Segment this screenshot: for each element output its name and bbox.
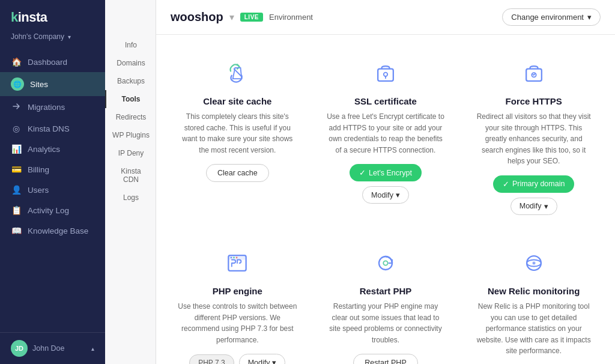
sidebar-item-dashboard[interactable]: 🏠 Dashboard	[0, 52, 105, 72]
migrations-icon	[11, 102, 22, 113]
tool-card-force-https: Force HTTPS Redirect all visitors so tha…	[467, 52, 601, 225]
sidebar-item-label: Dashboard	[28, 58, 67, 67]
sidebar-item-analytics[interactable]: 📊 Analytics	[0, 139, 105, 159]
change-env-chevron-icon: ▾	[587, 13, 592, 22]
change-environment-button[interactable]: Change environment ▾	[502, 8, 601, 26]
change-env-label: Change environment	[511, 13, 584, 22]
sub-nav-kinsta-cdn[interactable]: Kinsta CDN	[105, 162, 156, 189]
tool-card-php-engine: PHP engine Use these controls to switch …	[171, 241, 304, 364]
avatar: JD	[11, 340, 28, 357]
dns-icon: ◎	[11, 124, 22, 133]
php-version-tag: PHP 7.3	[189, 354, 234, 364]
sidebar-item-label: Kinsta DNS	[28, 124, 70, 133]
main-content: wooshop ▾ LIVE Environment Change enviro…	[156, 0, 615, 364]
company-name: John's Company	[11, 32, 64, 41]
card-actions: PHP 7.3 Modify ▾	[189, 354, 285, 364]
https-modify-chevron-icon: ▾	[544, 202, 548, 211]
sidebar-item-label: Analytics	[28, 145, 60, 154]
sidebar-item-billing[interactable]: 💳 Billing	[0, 159, 105, 180]
sidebar-item-label: Knowledge Base	[28, 226, 88, 235]
https-modify-button[interactable]: Modify ▾	[510, 198, 557, 215]
svg-point-6	[231, 256, 232, 258]
primary-domain-button[interactable]: ✓ Primary domain	[493, 175, 575, 193]
dashboard-icon: 🏠	[11, 57, 22, 67]
sidebar-item-knowledge-base[interactable]: 📖 Knowledge Base	[0, 220, 105, 241]
billing-icon: 💳	[11, 165, 22, 174]
sidebar-nav: 🏠 Dashboard 🌐 Sites Migrations ◎ Kinsta …	[0, 49, 105, 332]
sidebar: kinsta John's Company ▾ 🏠 Dashboard 🌐 Si…	[0, 0, 105, 364]
sidebar-item-sites[interactable]: 🌐 Sites	[0, 72, 105, 96]
card-desc: New Relic is a PHP monitoring tool you c…	[474, 301, 593, 357]
sub-nav-domains[interactable]: Domains	[105, 54, 156, 72]
php-modify-button[interactable]: Modify ▾	[239, 354, 286, 364]
ssl-modify-chevron-icon: ▾	[396, 190, 400, 199]
sidebar-item-users[interactable]: 👤 Users	[0, 180, 105, 200]
card-title: Clear site cache	[203, 96, 271, 106]
sub-nav-wp-plugins[interactable]: WP Plugins	[105, 126, 156, 144]
card-desc: Restarting your PHP engine may clear out…	[326, 301, 446, 345]
analytics-icon: 📊	[11, 144, 22, 154]
env-label: Environment	[269, 13, 313, 22]
php-engine-icon	[222, 247, 253, 279]
lets-encrypt-button[interactable]: ✓ Let's Encrypt	[350, 164, 422, 181]
sidebar-item-label: Sites	[30, 80, 48, 89]
svg-point-10	[383, 261, 387, 265]
sidebar-item-label: Migrations	[28, 103, 65, 112]
tool-card-restart-php: Restart PHP Restarting your PHP engine m…	[319, 241, 453, 364]
tools-grid: Clear site cache This completely clears …	[156, 35, 615, 364]
sub-sidebar: Info Domains Backups Tools Redirects WP …	[105, 0, 156, 364]
company-selector[interactable]: John's Company ▾	[0, 30, 105, 49]
force-https-icon	[518, 58, 550, 89]
users-icon: 👤	[11, 185, 22, 195]
card-desc: Redirect all visitors so that they visit…	[474, 111, 593, 167]
sub-nav-ip-deny[interactable]: IP Deny	[105, 144, 156, 162]
card-title: New Relic monitoring	[488, 286, 580, 296]
card-desc: This completely clears this site's store…	[178, 111, 297, 156]
card-actions: ✓ Let's Encrypt Modify ▾	[326, 164, 446, 204]
sites-icon: 🌐	[11, 77, 24, 91]
tool-card-clear-cache: Clear site cache This completely clears …	[171, 52, 304, 225]
user-chevron-icon: ▴	[91, 345, 94, 352]
main-header: wooshop ▾ LIVE Environment Change enviro…	[156, 0, 615, 35]
card-actions: Restart PHP	[353, 354, 417, 364]
sidebar-item-label: Activity Log	[28, 206, 69, 215]
clear-cache-icon	[222, 58, 253, 89]
company-chevron-icon: ▾	[68, 34, 71, 40]
sidebar-item-migrations[interactable]: Migrations	[0, 96, 105, 118]
sub-nav-info[interactable]: Info	[105, 36, 156, 54]
svg-rect-0	[378, 69, 393, 81]
php-modify-chevron-icon: ▾	[272, 358, 276, 364]
tool-card-new-relic: New Relic monitoring New Relic is a PHP …	[467, 241, 601, 364]
sidebar-item-kinsta-dns[interactable]: ◎ Kinsta DNS	[0, 118, 105, 139]
knowledge-base-icon: 📖	[11, 226, 22, 235]
svg-point-14	[533, 262, 535, 264]
kinsta-logo: kinsta	[11, 10, 47, 25]
activity-log-icon: 📋	[11, 205, 22, 215]
clear-cache-button[interactable]: Clear cache	[206, 164, 269, 182]
logo-area: kinsta	[0, 0, 105, 30]
site-title: wooshop	[171, 10, 223, 24]
restart-php-button[interactable]: Restart PHP	[353, 354, 417, 364]
card-actions: Clear cache	[206, 164, 269, 182]
sidebar-item-activity-log[interactable]: 📋 Activity Log	[0, 200, 105, 220]
card-actions: ✓ Primary domain Modify ▾	[474, 175, 593, 215]
lets-encrypt-check-icon: ✓	[359, 168, 366, 177]
sub-nav-logs[interactable]: Logs	[105, 189, 156, 207]
sidebar-item-label: Users	[28, 186, 49, 195]
env-badge: LIVE	[240, 13, 263, 22]
user-name: John Doe	[32, 344, 86, 353]
new-relic-icon	[518, 247, 550, 279]
primary-domain-check-icon: ✓	[503, 180, 509, 189]
card-title: SSL certificate	[354, 96, 417, 106]
card-desc: Use these controls to switch between dif…	[178, 301, 297, 345]
sub-nav-tools[interactable]: Tools	[105, 90, 156, 108]
user-area[interactable]: JD John Doe ▴	[0, 332, 105, 364]
card-title: Restart PHP	[360, 286, 412, 296]
sub-nav-backups[interactable]: Backups	[105, 72, 156, 90]
restart-php-icon	[370, 247, 401, 279]
ssl-modify-button[interactable]: Modify ▾	[362, 186, 409, 204]
site-title-chevron-icon[interactable]: ▾	[229, 11, 234, 23]
card-desc: Use a free Let's Encrypt certificate to …	[326, 111, 446, 156]
sub-nav-redirects[interactable]: Redirects	[105, 108, 156, 126]
ssl-icon	[370, 58, 401, 89]
